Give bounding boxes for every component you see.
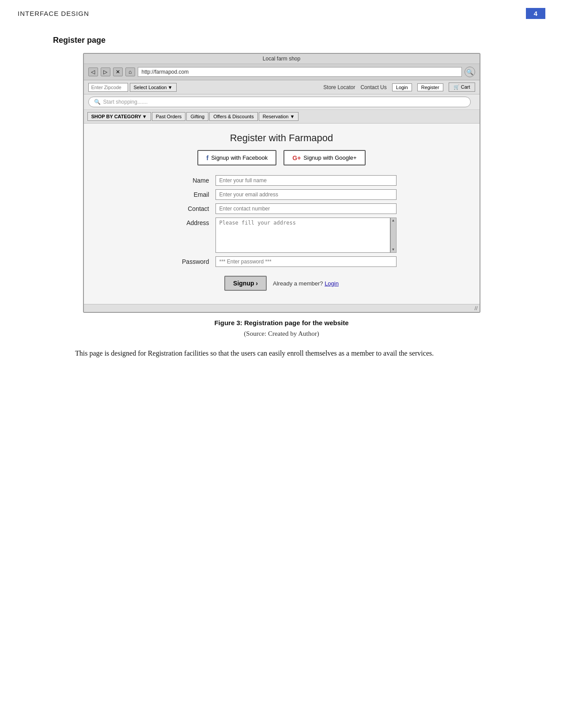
contact-row: Contact — [167, 203, 397, 214]
scrollbar-up-icon[interactable]: ▲ — [392, 219, 395, 222]
top-nav-left: Select Location ▼ — [88, 83, 177, 92]
zipcode-input[interactable] — [88, 83, 128, 92]
search-icon: 🔍 — [94, 99, 101, 105]
browser-chrome: ◁ ▷ ✕ ⌂ 🔍 — [84, 64, 480, 80]
header-title: INTERFACE DESIGN — [18, 10, 89, 17]
contact-input[interactable] — [215, 203, 397, 214]
reservation-label: Reservation — [263, 114, 289, 119]
login-button[interactable]: Login — [392, 83, 412, 91]
address-bar[interactable] — [138, 67, 462, 77]
already-member-text: Already a member? Login — [273, 280, 339, 287]
name-input[interactable] — [215, 175, 397, 186]
facebook-signup-button[interactable]: f Signup with Facebook — [197, 150, 276, 165]
register-button[interactable]: Register — [417, 83, 443, 91]
page-content: Register with Farmapod f Signup with Fac… — [84, 124, 480, 304]
past-orders-button[interactable]: Past Orders — [152, 112, 186, 121]
forward-button[interactable]: ▷ — [101, 68, 110, 76]
top-nav: Select Location ▼ Store Locator Contact … — [84, 80, 480, 94]
select-location-button[interactable]: Select Location ▼ — [130, 83, 177, 92]
back-button[interactable]: ◁ — [88, 68, 98, 76]
top-nav-right: Store Locator Contact Us Login Register … — [323, 83, 475, 92]
browser-mockup: Local farm shop ◁ ▷ ✕ ⌂ 🔍 Select Locatio… — [83, 53, 480, 313]
email-label: Email — [167, 189, 215, 198]
address-textarea[interactable] — [215, 218, 390, 253]
store-locator-link[interactable]: Store Locator — [323, 84, 355, 90]
page-number: 4 — [526, 8, 545, 19]
password-row: Password — [167, 256, 397, 267]
google-signup-button[interactable]: G+ Signup with Google+ — [283, 150, 365, 165]
section-heading: Register page — [0, 23, 563, 53]
search-bar-row: 🔍 Start shopping....... — [84, 94, 480, 110]
page-header: INTERFACE DESIGN 4 — [0, 0, 563, 23]
scrollbar-down-icon[interactable]: ▼ — [392, 248, 395, 251]
browser-title: Local farm shop — [263, 56, 300, 62]
figure-caption: Figure 3: Registration page for the webs… — [0, 319, 563, 326]
address-row: Address ▲ ▼ — [167, 218, 397, 253]
body-paragraph: This page is designed for Registration f… — [0, 347, 563, 360]
resize-handle-icon: // — [475, 305, 478, 311]
password-label: Password — [167, 256, 215, 265]
shop-by-category-button[interactable]: SHOP BY CATEGORY ▼ — [87, 112, 151, 121]
login-link[interactable]: Login — [325, 280, 339, 287]
contact-label: Contact — [167, 203, 215, 212]
signup-button[interactable]: Signup › — [224, 276, 267, 291]
cart-button[interactable]: 🛒 Cart — [449, 83, 475, 92]
contact-us-link[interactable]: Contact Us — [360, 84, 386, 90]
address-label: Address — [167, 218, 215, 226]
home-button[interactable]: ⌂ — [125, 68, 135, 76]
close-button[interactable]: ✕ — [113, 68, 123, 76]
category-dropdown-icon: ▼ — [142, 114, 147, 119]
password-input[interactable] — [215, 256, 397, 267]
register-form: Name Email Contact Address ▲ ▼ — [97, 175, 466, 291]
search-placeholder: Start shopping....... — [103, 99, 148, 105]
address-scrollbar: ▲ ▼ — [390, 218, 397, 253]
gifting-button[interactable]: Gifting — [186, 112, 208, 121]
browser-footer: // — [84, 304, 480, 312]
name-row: Name — [167, 175, 397, 186]
signup-row: Signup › Already a member? Login — [224, 276, 339, 291]
reservation-dropdown-icon: ▼ — [290, 114, 295, 119]
search-bar[interactable]: 🔍 Start shopping....... — [88, 97, 471, 107]
dropdown-arrow-icon: ▼ — [168, 85, 173, 90]
offers-discounts-button[interactable]: Offers & Discounts — [209, 112, 258, 121]
category-nav: SHOP BY CATEGORY ▼ Past Orders Gifting O… — [84, 110, 480, 124]
browser-search-button[interactable]: 🔍 — [465, 67, 475, 77]
facebook-signup-label: Signup with Facebook — [211, 154, 268, 161]
google-icon: G+ — [292, 154, 301, 161]
register-title: Register with Farmapod — [97, 132, 466, 144]
reservation-button[interactable]: Reservation ▼ — [259, 112, 299, 121]
social-buttons: f Signup with Facebook G+ Signup with Go… — [97, 150, 466, 165]
figure-source: (Source: Created by Author) — [0, 330, 563, 338]
facebook-icon: f — [206, 154, 208, 161]
email-input[interactable] — [215, 189, 397, 200]
google-signup-label: Signup with Google+ — [303, 154, 356, 161]
name-label: Name — [167, 175, 215, 184]
email-row: Email — [167, 189, 397, 200]
address-textarea-wrapper: ▲ ▼ — [215, 218, 397, 253]
shop-by-category-label: SHOP BY CATEGORY — [91, 114, 141, 119]
select-location-label: Select Location — [134, 85, 167, 90]
